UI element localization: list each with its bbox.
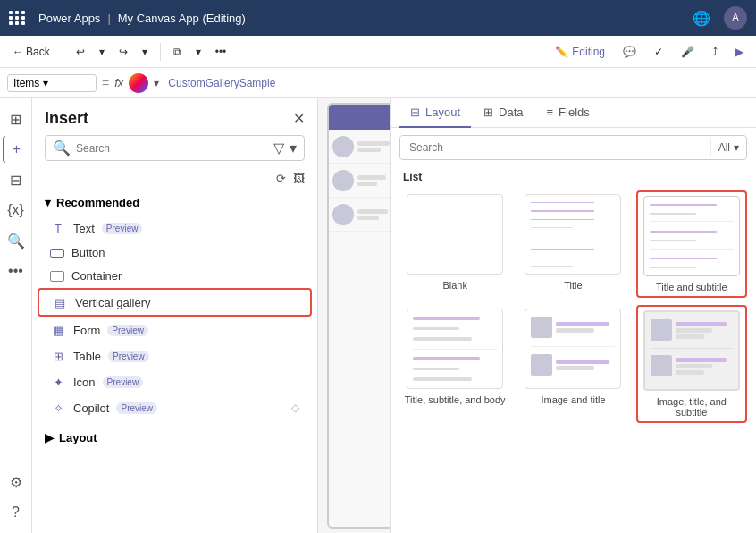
layout-item-title-subtitle[interactable]: Title and subtitle [636,190,747,298]
sidebar-data-button[interactable]: ⊟ [3,166,29,193]
layout-preview-title-subtitle [643,196,740,276]
fx-label: fx [114,76,123,89]
redo-button[interactable]: ↪ [113,43,133,61]
avatar-1 [332,136,354,157]
waffle-menu[interactable] [9,11,26,25]
dropdown-arrow-icon[interactable]: ▾ [290,140,297,157]
insert-item-container[interactable]: Container [38,265,312,287]
fields-tab-icon: ≡ [547,106,554,119]
insert-item-text[interactable]: T Text Preview [38,216,312,241]
filter-icon[interactable]: ▽ [273,140,284,157]
search-bar: 🔍 ▽ ▾ [45,135,305,161]
avatar-2 [332,170,354,191]
device-list-item-3 [329,198,390,232]
layout-preview-title-subtitle-body [407,309,503,389]
copilot-badge: Preview [116,402,157,414]
text-icon: T [50,220,66,236]
more-options-button[interactable]: ••• [210,43,232,61]
insert-item-vertical-gallery[interactable]: ▤ Vertical gallery [38,288,312,317]
panel-close-button[interactable]: ✕ [293,110,305,127]
mic-button[interactable]: 🎤 [676,43,700,61]
button-label: Button [71,246,105,259]
table-badge: Preview [108,351,149,362]
undo-button[interactable]: ↩ [71,43,90,61]
canvas-area [318,98,390,533]
icon-icon: ✦ [50,374,66,390]
form-label: Form [73,324,100,337]
layout-tabs: ⊟ Layout ⊞ Data ≡ Fields [391,98,756,128]
global-icon[interactable]: 🌐 [692,8,711,28]
insert-item-copilot[interactable]: ✧ Copilot Preview ◇ [38,395,312,420]
container-icon [50,271,64,282]
insert-item-form[interactable]: ▦ Form Preview [38,317,312,343]
search-bar-actions: ▽ ▾ [273,140,297,157]
copy-dropdown[interactable]: ▾ [190,43,206,61]
layout-label-image-title: Image and title [541,394,605,405]
insert-item-icon[interactable]: ✦ Icon Preview [38,369,312,394]
sidebar-settings-button[interactable]: ⚙ [3,469,29,495]
layout-item-title[interactable]: Title [517,190,628,298]
sidebar-layers-button[interactable]: ⊞ [3,106,29,132]
icon-label: Icon [73,376,96,389]
pencil-icon: ✏️ [555,46,568,58]
img-icon-3 [651,319,672,341]
tab-layout[interactable]: ⊟ Layout [399,98,471,128]
layout-item-blank[interactable]: Blank [399,190,510,298]
refresh-icon[interactable]: ⟳ [276,172,286,185]
dropdown-arrow-icon: ▾ [43,77,48,89]
formula-bar: Items ▾ = fx ▾ [0,68,756,98]
formula-property-dropdown[interactable]: Items ▾ [7,74,97,92]
insert-item-table[interactable]: ⊞ Table Preview [38,343,312,368]
device-content [329,105,390,527]
formula-dropdown-arrow[interactable]: ▾ [154,77,159,89]
layout-search-input[interactable] [400,136,710,159]
formula-input[interactable] [164,75,749,91]
layout-preview-blank [407,194,503,275]
img-icon-2 [531,354,552,376]
layout-item-image-title-subtitle[interactable]: Image, title, and subtitle [636,305,747,423]
layout-item-title-subtitle-body[interactable]: Title, subtitle, and body [399,305,510,423]
layout-item-image-title[interactable]: Image and title [517,305,628,423]
panel-header: Insert ✕ [32,98,317,135]
back-button[interactable]: ← Back [7,43,55,61]
search-icon: 🔍 [53,140,71,157]
tab-data[interactable]: ⊞ Data [473,98,533,128]
layout-tab-icon: ⊟ [410,106,420,119]
sidebar-help-button[interactable]: ? [3,499,29,526]
undo-dropdown[interactable]: ▾ [94,43,110,61]
editing-status: ✏️ Editing [555,46,605,58]
check-button[interactable]: ✓ [649,43,668,61]
redo-dropdown[interactable]: ▾ [137,43,153,61]
sidebar-more-button[interactable]: ••• [3,258,29,284]
search-input[interactable] [76,142,268,155]
app-title: Power Apps [38,12,100,25]
layout-label-blank: Blank [442,280,467,291]
sidebar-insert-button[interactable]: + [3,136,29,163]
filter-label: All [718,141,730,154]
image-icon[interactable]: 🖼 [293,172,305,185]
device-list-item-2 [329,164,390,198]
sidebar-variables-button[interactable]: {x} [3,197,29,224]
play-button[interactable]: ▶ [730,43,749,61]
layout-search-filter[interactable]: All ▾ [710,138,746,157]
layout-preview-image-title [525,309,621,389]
copilot-icon: ✧ [50,400,66,416]
insert-item-button[interactable]: Button [38,241,312,264]
formula-icon [129,73,148,93]
panel-scroll: ▾ Recommended T Text Preview Button Cont… [32,190,317,533]
panel-actions: ⟳ 🖼 [32,168,317,190]
sidebar-search-button[interactable]: 🔍 [3,227,29,254]
device-frame [327,103,390,529]
button-icon [50,249,64,258]
recommended-section-header[interactable]: ▾ Recommended [38,190,312,215]
blank-content [413,200,497,268]
layout-tab-label: Layout [425,106,460,119]
account-icon[interactable]: A [724,6,747,30]
tab-fields[interactable]: ≡ Fields [536,98,601,128]
layout-section-header[interactable]: ▶ Layout [38,426,312,450]
layout-preview-image-title-subtitle [643,310,740,391]
share-button[interactable]: ⤴ [707,43,723,61]
comment-button[interactable]: 💬 [617,43,642,61]
gallery-icon: ▤ [52,294,68,310]
copy-button[interactable]: ⧉ [168,43,187,61]
